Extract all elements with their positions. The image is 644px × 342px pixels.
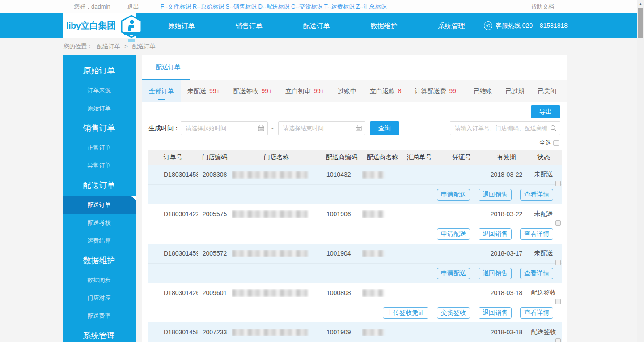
hotline: ✆ 客服热线 020 – 81581818 <box>484 13 568 38</box>
dist-name-redacted <box>362 289 402 297</box>
nav-item[interactable]: 销售订单 <box>215 13 283 38</box>
calendar-icon[interactable] <box>258 125 264 131</box>
subtab[interactable]: 计算配送费 99+ <box>408 80 467 102</box>
code-legend: F--文件标识 R--原始标识 S--销售标识 D--配送标识 C--交货标识 … <box>161 3 387 11</box>
row-action-button[interactable]: 上传签收凭证 <box>383 307 428 319</box>
dist-name-cell <box>362 171 402 179</box>
nav-item[interactable]: 配送订单 <box>283 13 350 38</box>
store-name-cell <box>232 171 321 179</box>
sidebar-section-title[interactable]: 配送订单 <box>63 175 136 196</box>
row-action-button[interactable]: 退回销售 <box>479 307 512 319</box>
select-all-label: 全选 <box>539 139 551 147</box>
row-checkbox[interactable] <box>555 220 561 226</box>
order-data-line: D1803014266 2009601 1000808 <box>148 283 562 303</box>
order-no-cell: D1803014266 <box>148 289 198 296</box>
row-action-button[interactable]: 退回销售 <box>479 189 512 201</box>
row-action-button[interactable]: 交货签收 <box>437 307 470 319</box>
subtab[interactable]: 已过期 <box>499 80 531 102</box>
table-row: D1803014580 2007233 1001909 <box>148 322 562 342</box>
subtab[interactable]: 全部订单 <box>142 80 181 102</box>
table-header-row: 订单号 门店编码 门店名称 配送商编码 配送商名称 汇总单号 凭证号 有效期 状… <box>148 150 562 165</box>
search-icon[interactable] <box>550 125 557 132</box>
sidebar-section-title[interactable]: 原始订单 <box>63 60 136 81</box>
sidebar-item[interactable]: 配送考核 <box>63 214 136 232</box>
sidebar-section-title[interactable]: 销售订单 <box>63 117 136 139</box>
row-action-button[interactable]: 申请配送 <box>437 268 470 279</box>
subtab[interactable]: 立白初审 99+ <box>279 80 331 102</box>
content-panel: 配送订单 全部订单 未配送 99+ 配送签收 99+ 立白初审 99+ <box>142 55 567 342</box>
select-all-checkbox[interactable] <box>553 140 559 146</box>
end-date-input[interactable] <box>278 121 365 135</box>
valid-date-cell: 2018-03-22 <box>487 171 525 178</box>
scrollbar-thumb[interactable] <box>638 8 643 38</box>
row-action-button[interactable]: 查看详情 <box>520 189 553 201</box>
calendar-icon[interactable] <box>356 125 362 131</box>
sidebar-item[interactable]: 正常订单 <box>63 139 136 157</box>
search-input[interactable] <box>450 121 560 135</box>
logout-link[interactable]: 退出 <box>127 3 139 11</box>
order-no-cell: D1803014580 <box>148 329 198 336</box>
row-checkbox[interactable] <box>555 338 561 342</box>
sidebar-nav: 原始订单 订单来源 原始订单 销售订单 正常订单 异常订单 配送订单 配送订单 … <box>63 55 136 342</box>
subtab[interactable]: 立白返款 8 <box>363 80 408 102</box>
nav-item[interactable]: 系统管理 <box>418 13 485 38</box>
subtab-count-badge: 99+ <box>449 87 460 94</box>
nav-menu: 原始订单 销售订单 配送订单 数据维护 系统管理 <box>148 13 485 38</box>
row-action-button[interactable]: 申请配送 <box>437 189 470 201</box>
dist-name-redacted <box>362 171 402 179</box>
sidebar-item[interactable]: 异常订单 <box>63 157 136 175</box>
subtab[interactable]: 过账中 <box>331 80 363 102</box>
order-no-cell: D1803014587 <box>148 171 198 178</box>
subtab[interactable]: 已关闭 <box>531 80 563 102</box>
subtab[interactable]: 配送签收 99+ <box>227 80 279 102</box>
sidebar-item[interactable]: 原始订单 <box>63 99 136 117</box>
row-action-button[interactable]: 查看详情 <box>520 268 553 279</box>
nav-item[interactable]: 原始订单 <box>148 13 215 38</box>
scrollbar-up-arrow-icon[interactable]: ▲ <box>637 0 644 8</box>
generate-time-label: 生成时间： <box>148 124 180 133</box>
subtab-label: 立白初审 <box>285 87 310 94</box>
start-date-input[interactable] <box>181 121 268 135</box>
subtab[interactable]: 已结账 <box>466 80 499 102</box>
row-action-button[interactable]: 申请配送 <box>437 228 470 240</box>
dist-code-cell: 1000808 <box>321 289 362 296</box>
sidebar-item[interactable]: 运费结算 <box>63 232 136 250</box>
row-action-button[interactable]: 查看详情 <box>520 228 553 240</box>
help-doc-link[interactable]: 帮助文档 <box>531 3 554 11</box>
subtab[interactable]: 未配送 99+ <box>181 80 227 102</box>
row-checkbox[interactable] <box>555 181 561 186</box>
sidebar-item[interactable]: 配送订单 <box>63 196 136 214</box>
status-cell: 配送签收 <box>525 289 562 297</box>
status-cell: 配送签收 <box>525 328 562 336</box>
row-action-button[interactable]: 查看详情 <box>520 307 553 319</box>
filter-row: 生成时间： - 查询 <box>142 121 567 135</box>
sidebar-item[interactable]: 配送费率 <box>63 307 136 325</box>
start-date-field <box>181 121 268 135</box>
row-checkbox[interactable] <box>555 260 561 265</box>
tab-delivery-orders[interactable]: 配送订单 <box>142 55 190 80</box>
sidebar-item[interactable]: 订单来源 <box>63 81 136 99</box>
phone-icon: ✆ <box>484 21 492 30</box>
status-subtabs: 全部订单 未配送 99+ 配送签收 99+ 立白初审 99+ 过账中 <box>142 80 567 102</box>
row-action-button[interactable]: 退回销售 <box>479 268 512 279</box>
logo[interactable]: liby立白集团 <box>63 13 136 38</box>
breadcrumb-item[interactable]: 配送订单 <box>97 43 120 50</box>
dist-name-redacted <box>362 210 402 218</box>
row-action-button[interactable]: 退回销售 <box>479 228 512 240</box>
table-row: D1803014593 2005572 1001904 <box>148 244 562 283</box>
end-date-field <box>278 121 365 135</box>
page-scrollbar[interactable]: ▲ <box>637 0 644 342</box>
sidebar-section-title[interactable]: 系统管理 <box>63 325 136 342</box>
store-code-cell: 2009601 <box>198 289 232 296</box>
subtab-count-badge: 8 <box>398 87 402 94</box>
nav-item[interactable]: 数据维护 <box>350 13 418 38</box>
top-utility-bar: 您好，dadmin 退出 F--文件标识 R--原始标识 S--销售标识 D--… <box>0 0 637 13</box>
sidebar-item[interactable]: 数据同步 <box>63 271 136 289</box>
sidebar-section-title[interactable]: 数据维护 <box>63 250 136 271</box>
row-checkbox[interactable] <box>555 299 561 304</box>
sidebar-item[interactable]: 门店对应 <box>63 289 136 307</box>
export-button[interactable]: 导出 <box>531 105 560 118</box>
query-button[interactable]: 查询 <box>370 121 399 135</box>
store-code-cell: 2005575 <box>198 210 232 218</box>
dist-name-cell <box>362 210 402 218</box>
